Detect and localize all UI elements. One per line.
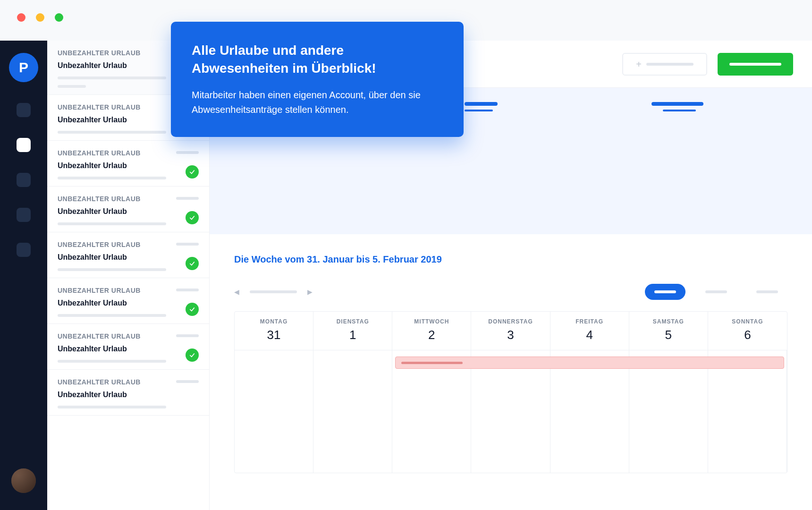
calendar-controls: ◀ ▶ [234, 284, 787, 300]
approved-check-icon [186, 257, 199, 270]
nav-item-2[interactable] [17, 138, 31, 152]
day-of-week: DONNERSTAG [471, 318, 550, 325]
skeleton-line [654, 290, 676, 293]
calendar-title: Die Woche vom 31. Januar bis 5. Februar … [234, 254, 787, 265]
skeleton-line [250, 290, 297, 293]
skeleton-meta [176, 243, 199, 246]
list-item[interactable]: UNBEZAHLTER URLAUB Unbezahlter Urlaub [47, 278, 209, 324]
skeleton-meta [176, 197, 199, 200]
nav-item-5[interactable] [17, 243, 31, 257]
skeleton-line [58, 268, 166, 271]
skeleton-line [58, 314, 166, 317]
nav-item-4[interactable] [17, 208, 31, 222]
list-item-title: Unbezahlter Urlaub [58, 299, 199, 307]
day-of-week: MONTAG [235, 318, 313, 325]
view-option-3[interactable] [747, 284, 787, 300]
skeleton-meta [176, 380, 199, 383]
skeleton-line [729, 63, 781, 66]
list-item[interactable]: UNBEZAHLTER URLAUB Unbezahlter Urlaub [47, 324, 209, 370]
view-toggle [645, 284, 787, 300]
list-item[interactable]: UNBEZAHLTER URLAUB Unbezahlter Urlaub [47, 187, 209, 232]
day-header: SONNTAG 6 [708, 312, 787, 350]
skeleton-meta [176, 151, 199, 154]
day-of-week: SAMSTAG [629, 318, 708, 325]
day-of-week: SONNTAG [708, 318, 787, 325]
skeleton-line [646, 63, 694, 66]
list-item[interactable]: UNBEZAHLTER URLAUB Unbezahlter Urlaub [47, 232, 209, 278]
day-number: 6 [708, 328, 787, 342]
day-cell[interactable] [235, 350, 313, 473]
plus-icon: + [636, 60, 642, 69]
callout-heading: Alle Urlaube und andere Abwesenheiten im… [192, 42, 443, 77]
primary-action-button[interactable] [718, 53, 793, 76]
banner-tab-1[interactable] [465, 102, 498, 106]
day-number: 4 [550, 328, 629, 342]
calendar-header-row: MONTAG 31 DIENSTAG 1 MITTWOCH 2 DONNERST… [235, 312, 787, 350]
view-option-1[interactable] [645, 284, 685, 300]
day-number: 31 [235, 328, 313, 342]
approved-check-icon [186, 303, 199, 316]
nav-item-1[interactable] [17, 103, 31, 117]
list-item-title: Unbezahlter Urlaub [58, 162, 199, 170]
day-number: 2 [392, 328, 471, 342]
app-logo[interactable]: P [9, 53, 38, 82]
skeleton-line [58, 76, 166, 79]
day-header: MONTAG 31 [235, 312, 313, 350]
approved-check-icon [186, 165, 199, 178]
prev-week-icon[interactable]: ◀ [234, 288, 239, 296]
approved-check-icon [186, 211, 199, 224]
list-item-title: Unbezahlter Urlaub [58, 391, 199, 399]
skeleton-meta [176, 289, 199, 291]
list-item-title: Unbezahlter Urlaub [58, 253, 199, 262]
list-item-title: Unbezahlter Urlaub [58, 207, 199, 216]
skeleton-line [58, 406, 166, 408]
day-number: 3 [471, 328, 550, 342]
day-of-week: FREITAG [550, 318, 629, 325]
day-of-week: MITTWOCH [392, 318, 471, 325]
list-item[interactable]: UNBEZAHLTER URLAUB Unbezahlter Urlaub [47, 141, 209, 187]
skeleton-line [58, 85, 86, 88]
next-week-icon[interactable]: ▶ [307, 288, 313, 296]
calendar-body-row [235, 350, 787, 473]
nav-rail: P [0, 41, 47, 510]
app-logo-letter: P [19, 60, 28, 76]
banner-tab-1-underline [465, 110, 493, 111]
list-item-title: Unbezahlter Urlaub [58, 345, 199, 353]
skeleton-meta [176, 334, 199, 337]
skeleton-line [756, 290, 778, 293]
skeleton-line [58, 222, 166, 225]
traffic-zoom-icon[interactable] [55, 13, 63, 22]
day-header: DIENSTAG 1 [313, 312, 392, 350]
calendar-grid: MONTAG 31 DIENSTAG 1 MITTWOCH 2 DONNERST… [234, 311, 787, 473]
day-header: MITTWOCH 2 [392, 312, 471, 350]
absence-event-bar[interactable] [395, 357, 784, 369]
skeleton-line [58, 360, 166, 363]
add-button[interactable]: + [622, 53, 707, 76]
calendar: Die Woche vom 31. Januar bis 5. Februar … [210, 234, 812, 473]
onboarding-callout: Alle Urlaube und andere Abwesenheiten im… [171, 22, 464, 137]
banner-tab-2-underline [663, 110, 696, 111]
view-option-2[interactable] [696, 284, 736, 300]
approved-check-icon [186, 348, 199, 362]
day-number: 5 [629, 328, 708, 342]
nav-item-3[interactable] [17, 173, 31, 187]
traffic-close-icon[interactable] [17, 13, 25, 22]
traffic-minimize-icon[interactable] [36, 13, 44, 22]
skeleton-line [401, 362, 463, 364]
skeleton-line [705, 290, 727, 293]
window-traffic-lights [17, 13, 63, 22]
day-header: DONNERSTAG 3 [471, 312, 550, 350]
list-item[interactable]: UNBEZAHLTER URLAUB Unbezahlter Urlaub [47, 370, 209, 416]
day-number: 1 [313, 328, 392, 342]
skeleton-line [58, 131, 166, 134]
avatar[interactable] [11, 468, 36, 493]
calendar-nav: ◀ ▶ [234, 288, 313, 296]
banner-tab-2[interactable] [651, 102, 703, 106]
skeleton-line [58, 177, 166, 179]
day-header: SAMSTAG 5 [629, 312, 708, 350]
day-header: FREITAG 4 [550, 312, 629, 350]
day-cell[interactable] [313, 350, 392, 473]
day-of-week: DIENSTAG [313, 318, 392, 325]
callout-body: Mitarbeiter haben einen eigenen Account,… [192, 88, 443, 117]
